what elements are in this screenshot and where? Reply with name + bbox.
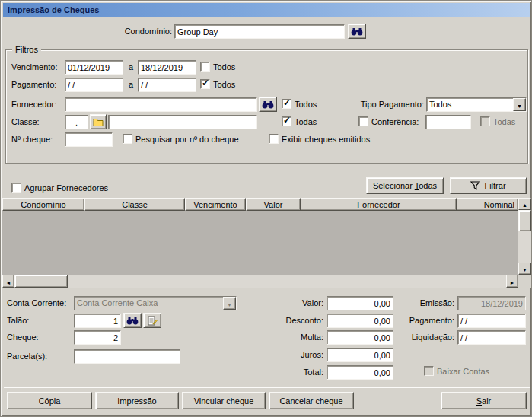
scroll-down-icon — [522, 264, 527, 273]
filtrar-label: Filtrar — [484, 181, 505, 190]
juros-input[interactable] — [327, 348, 393, 362]
cheque-input[interactable] — [74, 330, 121, 345]
classe-input[interactable] — [108, 115, 257, 129]
conferencia-todas-checkbox — [480, 116, 490, 126]
impressao-de-cheques-window: Impressão de Cheques Condomínio: Filtros… — [0, 0, 532, 417]
cancelar-cheque-label: Cancelar cheque — [279, 396, 342, 406]
classe-todas-label: Todas — [295, 117, 317, 127]
sair-button[interactable]: Sair — [441, 392, 527, 409]
conferencia-label: Conferência: — [371, 117, 419, 127]
fornecedor-todos-checkbox[interactable] — [282, 99, 291, 109]
pagamento-data-label: Pagamento: — [405, 316, 454, 326]
column-header-vencimento[interactable]: Vencimento — [185, 198, 246, 211]
scroll-left-icon — [6, 277, 11, 286]
condominio-search-button[interactable] — [348, 24, 366, 39]
binoculars-icon — [126, 317, 139, 325]
vencimento-ate-input[interactable] — [138, 60, 196, 75]
scroll-up-icon — [522, 199, 527, 208]
vencimento-todos-checkbox[interactable] — [200, 62, 210, 72]
cheque-label: Cheque: — [7, 333, 39, 342]
parcelas-input[interactable] — [74, 349, 180, 364]
classe-code-input[interactable] — [65, 115, 88, 129]
pesquisar-ncheque-label: Pesquisar por nº do cheque — [135, 135, 239, 145]
document-edit-icon — [148, 316, 158, 326]
tipo-pagamento-value: Todos — [427, 98, 513, 111]
column-header-fornecedor[interactable]: Fornecedor — [301, 198, 457, 211]
column-header-nominal[interactable]: Nominal — [457, 198, 518, 211]
copia-label: Cópia — [39, 396, 61, 406]
baixar-contas-label: Baixar Contas — [437, 367, 489, 377]
cancelar-cheque-button[interactable]: Cancelar cheque — [269, 392, 354, 409]
fornecedor-label: Fornecedor: — [11, 100, 56, 110]
column-header-classe[interactable]: Classe — [84, 198, 185, 211]
valor-label: Valor: — [278, 298, 323, 308]
tipo-pagamento-select[interactable]: Todos — [426, 97, 527, 112]
pesquisar-ncheque-checkbox[interactable] — [123, 134, 132, 144]
agrupar-fornecedores-checkbox[interactable] — [11, 183, 21, 193]
fornecedor-search-button[interactable] — [259, 97, 277, 112]
multa-input[interactable] — [327, 330, 393, 345]
window-title: Impressão de Cheques — [8, 5, 99, 14]
vertical-scroll-thumb[interactable] — [518, 210, 531, 231]
liquidacao-input[interactable] — [457, 330, 526, 345]
copia-button[interactable]: Cópia — [7, 392, 92, 409]
pagamento-data-input[interactable] — [457, 314, 526, 328]
talao-input[interactable] — [74, 314, 121, 328]
binoculars-icon — [351, 27, 363, 36]
scroll-down-button[interactable] — [518, 263, 531, 275]
classe-label: Classe: — [11, 117, 40, 127]
vencimento-label: Vencimento: — [11, 62, 58, 72]
total-input[interactable] — [327, 365, 393, 380]
talao-search-button[interactable] — [123, 313, 142, 328]
classe-todas-checkbox[interactable] — [282, 116, 291, 126]
vincular-cheque-button[interactable]: Vincular cheque — [182, 392, 266, 409]
horizontal-scroll-thumb[interactable] — [14, 275, 68, 288]
tipo-pagamento-label: Tipo Pagamento: — [357, 100, 424, 110]
vencimento-de-input[interactable] — [65, 60, 123, 75]
cheques-list[interactable] — [2, 211, 518, 275]
scroll-up-button[interactable] — [518, 198, 531, 210]
impressao-button[interactable]: Impressão — [95, 392, 179, 409]
desconto-label: Desconto: — [278, 316, 323, 326]
column-header-valor[interactable]: Valor — [246, 198, 301, 211]
parcelas-label: Parcela(s): — [7, 352, 47, 361]
combo-dropdown-button[interactable] — [513, 98, 526, 111]
column-header-condominio[interactable]: Condomínio — [2, 198, 84, 211]
condominio-input[interactable] — [174, 24, 345, 39]
exibir-emitidos-checkbox[interactable] — [269, 134, 279, 144]
conta-corrente-value: Conta Corrente Caixa — [75, 297, 223, 310]
exibir-emitidos-label: Exibir cheques emitidos — [282, 135, 370, 145]
ncheque-label: Nº cheque: — [11, 135, 53, 145]
selecionar-todas-button[interactable]: Selecionar Todas — [366, 177, 444, 194]
conta-corrente-label: Conta Corrente: — [7, 298, 66, 308]
conferencia-checkbox[interactable] — [358, 116, 368, 126]
desconto-input[interactable] — [327, 314, 393, 328]
combo-dropdown-button — [223, 297, 236, 310]
title-bar[interactable]: Impressão de Cheques — [3, 3, 530, 17]
talao-label: Talão: — [7, 316, 29, 326]
talao-properties-button[interactable] — [143, 313, 161, 328]
selecionar-todas-label: Selecionar Todas — [373, 181, 437, 190]
multa-label: Multa: — [278, 333, 323, 342]
pagamento-todos-checkbox[interactable] — [200, 79, 210, 89]
horizontal-scrollbar[interactable] — [2, 275, 518, 288]
pagamento-ate-input[interactable] — [138, 78, 196, 92]
conferencia-todas-label: Todas — [493, 117, 515, 127]
binoculars-icon — [262, 100, 274, 109]
condominio-label: Condomínio: — [115, 27, 172, 37]
scroll-right-button[interactable] — [506, 275, 518, 288]
ncheque-input[interactable] — [65, 132, 113, 147]
conferencia-input[interactable] — [425, 115, 471, 129]
fornecedor-input[interactable] — [65, 97, 257, 112]
vertical-scrollbar[interactable] — [518, 198, 531, 275]
pagamento-a-label: a — [129, 80, 133, 90]
scroll-left-button[interactable] — [2, 275, 14, 288]
filtrar-button[interactable]: Filtrar — [450, 177, 527, 194]
filtros-title: Filtros — [12, 45, 41, 55]
valor-input[interactable] — [327, 296, 393, 310]
pagamento-de-input[interactable] — [65, 78, 123, 92]
sair-label: Sair — [476, 396, 492, 406]
liquidacao-label: Liquidação: — [405, 333, 454, 342]
emissao-input — [457, 296, 526, 310]
classe-folder-button[interactable] — [90, 114, 107, 129]
